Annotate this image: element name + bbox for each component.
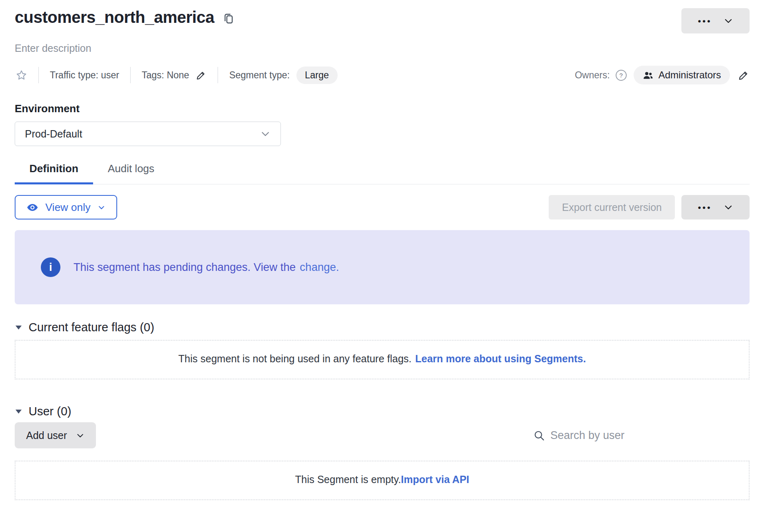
- learn-more-segments-link[interactable]: Learn more about using Segments.: [415, 353, 586, 364]
- banner-message: This segment has pending changes. View t…: [73, 261, 296, 273]
- import-via-api-link[interactable]: Import via API: [401, 474, 469, 485]
- tab-definition-label: Definition: [29, 162, 78, 175]
- view-only-button[interactable]: View only: [15, 195, 117, 219]
- eye-icon: [27, 202, 38, 213]
- environment-selected-value: Prod-Default: [25, 128, 82, 140]
- title-wrap: customers_north_america: [15, 8, 235, 27]
- header-more-menu-button[interactable]: •••: [681, 8, 750, 33]
- chevron-down-icon: [723, 16, 733, 26]
- people-icon: [643, 70, 654, 81]
- traffic-type-label: Traffic type: user: [50, 70, 119, 81]
- pending-changes-banner: i This segment has pending changes. View…: [15, 230, 750, 304]
- tab-definition[interactable]: Definition: [15, 162, 93, 184]
- divider: [130, 67, 131, 83]
- chevron-down-icon: [98, 204, 105, 211]
- chevron-down-icon: [76, 431, 85, 440]
- owners-label: Owners:: [575, 70, 610, 81]
- export-label: Export current version: [562, 202, 662, 213]
- export-current-version-button[interactable]: Export current version: [549, 195, 675, 219]
- user-empty-state: This Segment is empty.Import via API: [15, 461, 750, 500]
- divider: [38, 67, 39, 83]
- user-actions-row: Add user: [15, 422, 750, 448]
- info-glyph: i: [49, 261, 52, 274]
- feature-flags-empty-message: This segment is not being used in any fe…: [178, 353, 412, 364]
- ellipsis-icon: •••: [698, 17, 712, 25]
- view-only-label: View only: [45, 201, 91, 214]
- tab-audit-logs[interactable]: Audit logs: [93, 162, 169, 184]
- user-section-header: User (0): [15, 405, 750, 418]
- definition-more-menu-button[interactable]: •••: [681, 195, 750, 219]
- edit-tags-icon[interactable]: [196, 70, 207, 81]
- feature-flags-section-header: Current feature flags (0): [15, 321, 750, 334]
- owners-chip[interactable]: Administrators: [634, 66, 730, 84]
- help-icon[interactable]: ?: [616, 70, 627, 81]
- chevron-down-icon: [260, 129, 271, 139]
- help-glyph: ?: [619, 72, 623, 79]
- page-header: customers_north_america •••: [15, 8, 750, 33]
- edit-owners-icon[interactable]: [738, 69, 750, 81]
- environment-select[interactable]: Prod-Default: [15, 122, 281, 146]
- segment-detail-page: customers_north_america ••• Enter descri…: [0, 0, 761, 532]
- segment-type-label: Segment type:: [229, 70, 289, 81]
- tab-audit-logs-label: Audit logs: [108, 162, 154, 175]
- search-icon: [533, 430, 545, 441]
- feature-flags-empty-state: This segment is not being used in any fe…: [15, 340, 750, 379]
- description-placeholder[interactable]: Enter description: [15, 42, 750, 54]
- user-section-title: User (0): [29, 405, 71, 418]
- meta-row: Traffic type: user Tags: None Segment ty…: [15, 66, 750, 84]
- banner-text: This segment has pending changes. View t…: [73, 261, 339, 274]
- star-icon[interactable]: [16, 69, 27, 81]
- tab-bar: Definition Audit logs: [15, 162, 750, 184]
- feature-flags-section-title: Current feature flags (0): [29, 321, 154, 334]
- add-user-button[interactable]: Add user: [15, 422, 96, 448]
- segment-type-badge: Large: [296, 66, 338, 84]
- caret-down-icon[interactable]: [15, 324, 22, 330]
- ellipsis-icon: •••: [698, 203, 712, 212]
- search-by-user-input[interactable]: [550, 429, 750, 442]
- page-title: customers_north_america: [15, 8, 214, 27]
- user-empty-message: This Segment is empty.: [295, 474, 401, 485]
- tags-label: Tags: None: [142, 70, 189, 81]
- view-change-link[interactable]: change.: [300, 261, 339, 273]
- copy-icon[interactable]: [223, 12, 235, 24]
- environment-label: Environment: [15, 102, 750, 115]
- toolbar-right: Export current version •••: [549, 195, 750, 219]
- definition-toolbar: View only Export current version •••: [15, 195, 750, 219]
- user-search: [533, 429, 750, 442]
- divider: [218, 67, 218, 83]
- caret-down-icon[interactable]: [15, 408, 22, 415]
- chevron-down-icon: [723, 202, 733, 212]
- info-icon: i: [41, 257, 60, 277]
- owners-value: Administrators: [659, 69, 721, 81]
- add-user-label: Add user: [26, 430, 67, 441]
